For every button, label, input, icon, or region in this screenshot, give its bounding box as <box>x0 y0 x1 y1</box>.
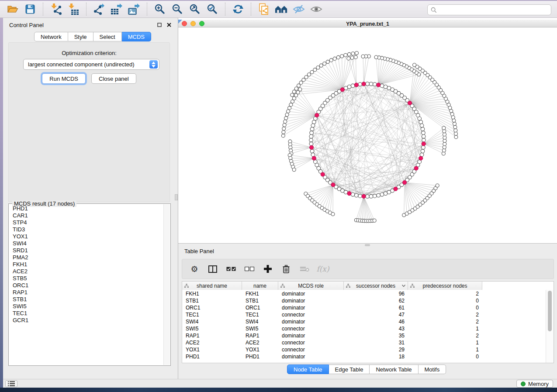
graph-node[interactable] <box>336 55 340 59</box>
zoom-out-button[interactable] <box>171 3 184 16</box>
mcds-list-scrollbar[interactable] <box>163 204 170 365</box>
open-file-button[interactable] <box>6 3 19 16</box>
graph-node[interactable] <box>319 64 323 67</box>
network-file-button[interactable] <box>257 3 270 16</box>
graph-node[interactable] <box>387 86 391 90</box>
graph-node[interactable] <box>312 120 316 124</box>
graph-node[interactable] <box>304 76 308 79</box>
graph-node[interactable] <box>331 213 335 216</box>
graph-node[interactable] <box>451 116 455 119</box>
list-item[interactable]: RAP1 <box>9 289 164 296</box>
list-item[interactable]: ORC1 <box>9 282 164 289</box>
table-row[interactable]: SWI4SWI4dominator462 <box>182 318 546 325</box>
mcds-node[interactable] <box>419 156 423 160</box>
list-item[interactable]: GCR1 <box>9 317 164 324</box>
graph-node[interactable] <box>355 52 359 55</box>
mcds-node[interactable] <box>340 88 344 92</box>
mcds-node[interactable] <box>321 172 325 176</box>
table-settings-button[interactable]: ⚙ <box>188 263 201 275</box>
graph-node[interactable] <box>326 60 329 64</box>
graph-node[interactable] <box>453 122 457 126</box>
column-header-successor-nodes[interactable]: successor nodes <box>344 282 408 290</box>
mcds-node[interactable] <box>408 101 412 105</box>
graph-node[interactable] <box>355 193 359 197</box>
list-item[interactable]: YOX1 <box>9 233 164 240</box>
graph-node[interactable] <box>310 127 314 131</box>
graph-node[interactable] <box>350 56 354 59</box>
graph-node[interactable] <box>413 63 416 67</box>
add-column-button[interactable] <box>262 263 274 275</box>
mcds-node[interactable] <box>422 142 426 146</box>
graph-node[interactable] <box>366 82 370 86</box>
list-item[interactable]: CAR1 <box>9 212 164 219</box>
graph-node[interactable] <box>282 127 286 131</box>
graph-node[interactable] <box>347 52 351 56</box>
graph-node[interactable] <box>361 55 365 58</box>
graph-node[interactable] <box>307 73 311 76</box>
graph-node[interactable] <box>422 146 426 150</box>
task-history-button[interactable] <box>5 380 17 387</box>
mcds-node[interactable] <box>362 194 366 198</box>
graph-node[interactable] <box>354 55 357 59</box>
graph-node[interactable] <box>310 131 314 135</box>
column-header-predecessor-nodes[interactable]: predecessor nodes <box>408 282 482 290</box>
export-network-button[interactable] <box>93 3 106 16</box>
table-row[interactable]: ORC1ORC1dominator610 <box>182 304 546 311</box>
graph-node[interactable] <box>454 129 457 132</box>
graph-node[interactable] <box>442 126 446 130</box>
graph-node[interactable] <box>284 117 288 120</box>
graph-node[interactable] <box>419 120 423 124</box>
search-input[interactable] <box>439 7 548 13</box>
graph-node[interactable] <box>344 53 347 57</box>
graph-node[interactable] <box>309 134 313 138</box>
table-scrollbar[interactable] <box>546 290 554 363</box>
graph-node[interactable] <box>333 57 336 60</box>
graph-node[interactable] <box>282 131 285 134</box>
column-header-mcds-role[interactable]: MCDS role <box>278 282 344 290</box>
graph-node[interactable] <box>287 110 290 113</box>
list-item[interactable]: STP4 <box>9 219 164 226</box>
list-item[interactable]: SRD1 <box>9 247 164 254</box>
list-item[interactable]: ACE2 <box>9 268 164 275</box>
minimize-window-button[interactable] <box>190 21 196 26</box>
table-row[interactable]: RAP1RAP1dominator352 <box>182 332 546 339</box>
list-item[interactable]: FKH1 <box>9 261 164 268</box>
graph-node[interactable] <box>288 106 291 110</box>
zoom-window-button[interactable] <box>199 21 204 26</box>
list-item[interactable]: SWI4 <box>9 240 164 247</box>
tab-node-table[interactable]: Node Table <box>287 364 329 374</box>
list-item[interactable]: SWI5 <box>9 303 164 310</box>
mcds-node[interactable] <box>310 145 314 149</box>
tab-select[interactable]: Select <box>93 32 122 41</box>
graph-node[interactable] <box>442 149 446 152</box>
graph-node[interactable] <box>420 153 424 157</box>
graph-node[interactable] <box>374 55 378 59</box>
refresh-button[interactable] <box>232 3 245 16</box>
graph-node[interactable] <box>285 113 289 117</box>
import-network-button[interactable] <box>49 3 62 16</box>
deselect-all-rows-button[interactable] <box>243 263 256 275</box>
graph-node[interactable] <box>420 124 424 127</box>
graph-node[interactable] <box>373 194 377 198</box>
list-item[interactable]: PHD1 <box>9 205 164 212</box>
graph-node[interactable] <box>380 84 384 88</box>
import-table-button[interactable] <box>67 3 80 16</box>
graph-node[interactable] <box>292 90 296 93</box>
graph-node[interactable] <box>358 83 362 86</box>
graph-node[interactable] <box>340 55 344 58</box>
hide-selected-button[interactable] <box>292 3 305 16</box>
mcds-node[interactable] <box>347 192 351 196</box>
save-session-button[interactable] <box>24 3 37 16</box>
tab-style[interactable]: Style <box>68 32 93 41</box>
graph-node[interactable] <box>384 192 387 196</box>
graph-node[interactable] <box>422 134 426 138</box>
graph-node[interactable] <box>291 93 294 97</box>
column-header-shared-name[interactable]: shared name <box>182 282 242 290</box>
mcds-node[interactable] <box>377 83 381 87</box>
list-item[interactable]: STB1 <box>9 296 164 303</box>
table-row[interactable]: TEC1TEC1connector472 <box>182 311 546 318</box>
close-panel-button[interactable] <box>166 22 171 27</box>
graph-node[interactable] <box>309 138 313 142</box>
graph-node[interactable] <box>453 125 457 129</box>
graph-node[interactable] <box>454 135 458 139</box>
